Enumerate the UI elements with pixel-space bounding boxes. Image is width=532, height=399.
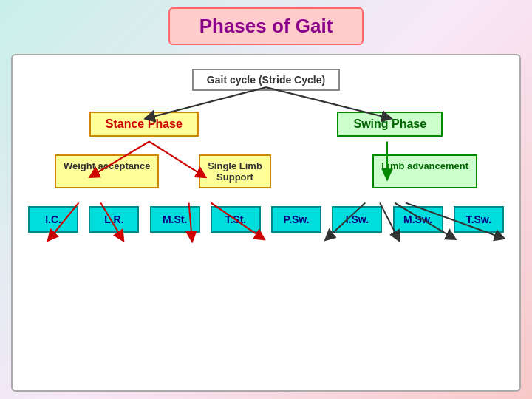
leaf-isw-label: I.Sw. — [346, 214, 369, 225]
single-limb-node: Single LimbSupport — [199, 154, 271, 188]
leaf-tsw: T.Sw. — [454, 206, 504, 233]
leaf-ic: I.C. — [28, 206, 78, 233]
page-wrapper: Phases of Gait — [0, 0, 532, 399]
leaf-mst-label: M.St. — [163, 214, 187, 225]
leaf-ic-label: I.C. — [45, 214, 61, 225]
leaf-msw: M.Sw. — [393, 206, 443, 233]
leaf-isw: I.Sw. — [332, 206, 382, 233]
limb-advancement-label: Limb advancement — [381, 160, 468, 171]
weight-acceptance-label: Weight acceptance — [64, 160, 151, 171]
limb-advancement-node: Limb advancement — [372, 154, 477, 188]
title-box: Phases of Gait — [168, 7, 364, 45]
row2: Weight acceptance Single LimbSupport Lim… — [20, 154, 512, 188]
stance-phase-label: Stance Phase — [106, 117, 183, 130]
swing-phase-label: Swing Phase — [353, 117, 426, 130]
diagram-area: Gait cycle (Stride Cycle) Stance Phase S… — [11, 54, 521, 392]
page-title: Phases of Gait — [200, 15, 333, 37]
leaf-lr: L.R. — [89, 206, 139, 233]
leaf-msw-label: M.Sw. — [403, 214, 432, 225]
leaf-psw: P.Sw. — [271, 206, 321, 233]
leaf-psw-label: P.Sw. — [284, 214, 310, 225]
row1: Stance Phase Swing Phase — [20, 112, 512, 137]
leaf-tst-label: T.St. — [225, 214, 246, 225]
row3-leaves: I.C. L.R. M.St. T.St. P.Sw. I.Sw. M.Sw. … — [20, 206, 512, 233]
gait-cycle-label: Gait cycle (Stride Cycle) — [207, 74, 325, 86]
weight-acceptance-node: Weight acceptance — [55, 154, 160, 188]
gait-cycle-node: Gait cycle (Stride Cycle) — [192, 69, 340, 91]
leaf-mst: M.St. — [150, 206, 200, 233]
single-limb-label: Single LimbSupport — [208, 160, 262, 183]
stance-phase-node: Stance Phase — [89, 112, 199, 137]
swing-phase-node: Swing Phase — [337, 112, 443, 137]
leaf-tsw-label: T.Sw. — [466, 214, 492, 225]
leaf-lr-label: L.R. — [104, 214, 123, 225]
leaf-tst: T.St. — [211, 206, 261, 233]
